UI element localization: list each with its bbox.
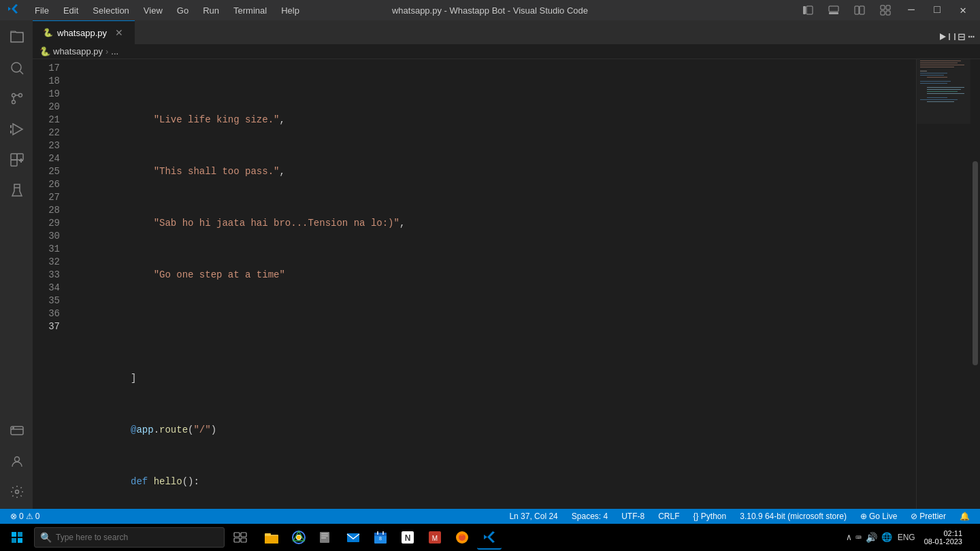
explorer-icon[interactable] bbox=[3, 24, 30, 51]
vscode-taskbar[interactable] bbox=[477, 525, 502, 550]
status-cursor-position[interactable]: Ln 37, Col 24 bbox=[506, 512, 561, 521]
app8-taskbar[interactable]: M bbox=[423, 525, 447, 550]
taskbar-search-bar[interactable]: 🔍 bbox=[34, 527, 225, 548]
code-line-22: ] bbox=[74, 359, 916, 372]
code-line-23: @app.route("/") bbox=[74, 411, 916, 424]
svg-rect-10 bbox=[11, 33, 23, 42]
line-num-37: 37 bbox=[33, 320, 60, 333]
menu-help[interactable]: Help bbox=[276, 4, 305, 17]
layout-editor-icon[interactable] bbox=[849, 0, 870, 20]
notion-taskbar[interactable]: N bbox=[395, 525, 420, 550]
layout-grid-icon[interactable] bbox=[875, 0, 896, 20]
status-prettier[interactable]: ⊘ Prettier bbox=[907, 512, 949, 521]
svg-rect-57 bbox=[265, 536, 278, 544]
chrome-taskbar[interactable] bbox=[287, 525, 311, 550]
notification-icon: 🔔 bbox=[960, 512, 970, 521]
status-errors[interactable]: ⊗ 0 ⚠ 0 bbox=[7, 512, 43, 521]
language-label[interactable]: ENG bbox=[898, 533, 915, 542]
line-num-27: 27 bbox=[33, 191, 60, 204]
layout-sidebar-icon[interactable] bbox=[798, 0, 818, 20]
cursor-pos-label: Ln 37, Col 24 bbox=[509, 512, 557, 521]
keyboard-icon[interactable]: ⌨ bbox=[855, 532, 861, 544]
menu-selection[interactable]: Selection bbox=[87, 4, 134, 17]
error-count: 0 bbox=[19, 512, 24, 521]
extensions-icon[interactable] bbox=[3, 146, 30, 173]
svg-rect-9 bbox=[886, 11, 890, 15]
firefox-taskbar[interactable] bbox=[450, 525, 474, 550]
line-num-26: 26 bbox=[33, 178, 60, 191]
source-control-icon[interactable] bbox=[3, 85, 30, 112]
line-num-31: 31 bbox=[33, 243, 60, 256]
testing-icon[interactable] bbox=[3, 177, 30, 204]
network-icon[interactable]: 🌐 bbox=[881, 532, 892, 543]
mail-taskbar[interactable] bbox=[341, 525, 365, 550]
speaker-icon[interactable]: 🔊 bbox=[866, 532, 877, 544]
svg-rect-52 bbox=[241, 533, 246, 537]
vertical-scrollbar[interactable] bbox=[970, 59, 980, 509]
status-encoding[interactable]: UTF-8 bbox=[618, 512, 648, 521]
menu-file[interactable]: File bbox=[29, 4, 54, 17]
title-bar: File Edit Selection View Go Run Terminal… bbox=[0, 0, 980, 20]
code-content[interactable]: "Live life king size.", "This shall too … bbox=[67, 59, 916, 509]
svg-rect-65 bbox=[347, 533, 359, 542]
search-icon[interactable] bbox=[3, 54, 30, 82]
line-num-17: 17 bbox=[33, 62, 60, 75]
svg-point-27 bbox=[16, 490, 19, 494]
svg-rect-3 bbox=[829, 12, 838, 14]
language-region: ENG bbox=[898, 533, 915, 542]
menu-terminal[interactable]: Terminal bbox=[228, 4, 272, 17]
menu-edit[interactable]: Edit bbox=[58, 4, 84, 17]
datetime-display[interactable]: 02:11 08-01-2023 bbox=[921, 529, 966, 546]
menu-go[interactable]: Go bbox=[172, 4, 194, 17]
up-arrow-icon[interactable]: ∧ bbox=[846, 532, 851, 543]
prettier-label: Prettier bbox=[919, 512, 946, 521]
minimap bbox=[916, 59, 970, 509]
python-version-label: 3.10.9 64-bit (microsoft store) bbox=[740, 512, 847, 521]
notification-area[interactable] bbox=[971, 524, 977, 551]
status-spaces[interactable]: Spaces: 4 bbox=[568, 512, 611, 521]
svg-rect-0 bbox=[803, 6, 806, 14]
status-notifications[interactable]: 🔔 bbox=[956, 512, 973, 521]
maximize-button[interactable]: □ bbox=[927, 0, 947, 20]
taskbar-search-input[interactable] bbox=[56, 533, 218, 542]
warning-count: 0 bbox=[35, 512, 40, 521]
settings-icon[interactable] bbox=[3, 478, 30, 505]
menu-run[interactable]: Run bbox=[197, 4, 225, 17]
run-button[interactable] bbox=[938, 32, 956, 41]
editor-tab-whatsapp-py[interactable]: 🐍 whatsapp.py ✕ bbox=[33, 20, 135, 44]
more-actions-button[interactable]: ⋯ bbox=[968, 30, 975, 44]
files-taskbar[interactable] bbox=[314, 525, 338, 550]
status-line-ending[interactable]: CRLF bbox=[655, 512, 683, 521]
start-button[interactable] bbox=[3, 524, 31, 551]
status-language[interactable]: {} Python bbox=[690, 512, 730, 521]
file-explorer-taskbar[interactable] bbox=[259, 525, 284, 550]
close-button[interactable]: ✕ bbox=[953, 0, 973, 20]
split-editor-button[interactable]: ⊟ bbox=[958, 29, 966, 44]
task-view-button[interactable] bbox=[228, 525, 252, 550]
run-debug-icon[interactable] bbox=[3, 116, 30, 143]
status-go-live[interactable]: ⊕ Go Live bbox=[857, 512, 900, 521]
minimap-svg bbox=[917, 59, 970, 509]
breadcrumb-symbol[interactable]: ... bbox=[111, 46, 118, 56]
svg-point-15 bbox=[12, 101, 16, 104]
account-icon[interactable] bbox=[3, 448, 30, 475]
calendar-taskbar[interactable]: 8 bbox=[368, 525, 393, 550]
remote-icon[interactable] bbox=[3, 417, 30, 444]
tab-label: whatsapp.py bbox=[57, 28, 107, 38]
minimize-button[interactable]: ─ bbox=[901, 0, 921, 20]
line-num-18: 18 bbox=[33, 75, 60, 88]
code-editor[interactable]: 17 18 19 20 21 22 23 24 25 26 27 28 29 3… bbox=[33, 59, 980, 509]
menu-view[interactable]: View bbox=[138, 4, 168, 17]
svg-rect-4 bbox=[855, 6, 859, 14]
breadcrumb-filename[interactable]: whatsapp.py bbox=[53, 46, 103, 56]
status-python-version[interactable]: 3.10.9 64-bit (microsoft store) bbox=[736, 512, 850, 521]
tab-close-button[interactable]: ✕ bbox=[114, 27, 125, 38]
layout-panel-icon[interactable] bbox=[823, 0, 844, 20]
title-bar-left: File Edit Selection View Go Run Terminal… bbox=[7, 3, 305, 18]
status-bar-left: ⊗ 0 ⚠ 0 bbox=[7, 512, 43, 521]
python-file-icon: 🐍 bbox=[43, 28, 53, 37]
svg-rect-8 bbox=[881, 11, 885, 15]
code-line-19: "Sab ho hi jaata hai bro...Tension na lo… bbox=[74, 204, 916, 217]
scrollbar-thumb[interactable] bbox=[973, 161, 978, 365]
code-line-21 bbox=[74, 307, 916, 320]
